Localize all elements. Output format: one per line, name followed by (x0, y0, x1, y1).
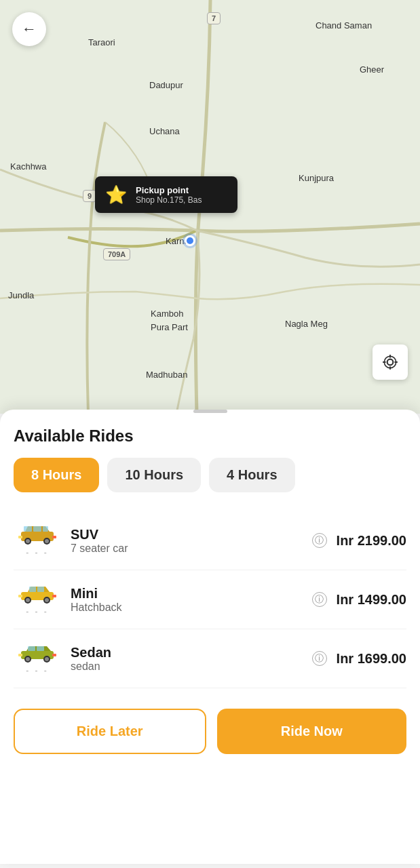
filter-10-hours[interactable]: 10 Hours (107, 458, 201, 492)
ride-description: Hatchback (71, 601, 303, 614)
filter-8-hours[interactable]: 8 Hours (14, 458, 99, 492)
ride-info: SUV 7 seater car (71, 527, 303, 555)
svg-point-13 (45, 539, 49, 543)
ride-car-icon: - - - (14, 524, 61, 557)
ride-list: - - - SUV 7 seater car ⓘ Inr 2199.00 (14, 511, 406, 688)
ride-car-icon: - - - (14, 642, 61, 675)
ride-type-name: Sedan (71, 645, 303, 660)
svg-rect-23 (18, 595, 22, 597)
svg-rect-33 (52, 654, 56, 656)
map-label: Uchana (149, 126, 180, 136)
map-label: Chand Saman (316, 20, 372, 31)
ride-option-suv[interactable]: - - - SUV 7 seater car ⓘ Inr 2199.00 (14, 511, 406, 570)
ride-info-button[interactable]: ⓘ (312, 592, 327, 607)
ride-price: Inr 2199.00 (337, 533, 406, 549)
map-label: Pura Part (151, 322, 188, 332)
map-label: Kamboh (151, 309, 183, 319)
ride-car-icon: - - - (14, 583, 61, 616)
ride-type-name: Mini (71, 586, 303, 601)
user-location-dot (185, 235, 195, 246)
svg-point-20 (26, 598, 30, 602)
back-button[interactable]: ← (12, 12, 46, 46)
ride-description: sedan (71, 660, 303, 673)
bottom-action-buttons: Ride Later Ride Now (14, 709, 406, 761)
svg-point-31 (45, 657, 49, 661)
map-label: Madhuban (146, 370, 187, 380)
center-location-button[interactable] (373, 344, 408, 380)
svg-rect-7 (24, 526, 32, 532)
ride-type-name: SUV (71, 527, 303, 542)
ride-info-button[interactable]: ⓘ (312, 651, 327, 666)
pickup-subtitle: Shop No.175, Bas (136, 195, 229, 205)
ride-option-sedan[interactable]: - - - Sedan sedan ⓘ Inr 1699.00 (14, 629, 406, 688)
pickup-title: Pickup point (136, 185, 229, 195)
svg-rect-27 (37, 646, 44, 651)
drag-handle[interactable] (193, 410, 227, 413)
ride-info: Sedan sedan (71, 645, 303, 673)
ride-option-mini[interactable]: - - - Mini Hatchback ⓘ Inr 1499.00 (14, 570, 406, 629)
crosshair-icon (381, 353, 399, 371)
svg-rect-18 (37, 587, 44, 592)
map-label: Taraori (88, 37, 115, 47)
bottom-sheet: Available Rides 8 Hours 10 Hours 4 Hours (0, 410, 420, 864)
svg-rect-8 (33, 526, 41, 532)
ride-price: Inr 1699.00 (337, 651, 406, 667)
map-label: Nagla Meg (285, 319, 328, 329)
map-label: Gheer (360, 64, 384, 75)
pickup-star-icon: ⭐ (103, 182, 129, 208)
hour-filter-row: 8 Hours 10 Hours 4 Hours (14, 458, 406, 492)
svg-rect-9 (43, 526, 48, 532)
svg-rect-24 (52, 595, 56, 597)
map-label: Dadupur (149, 80, 183, 90)
ride-description: 7 seater car (71, 542, 303, 555)
ride-price: Inr 1499.00 (337, 592, 406, 608)
map-label: Jundla (8, 290, 34, 300)
pickup-popup: ⭐ Pickup point Shop No.175, Bas (95, 176, 237, 213)
ride-now-button[interactable]: Ride Now (217, 709, 407, 754)
ride-info-button[interactable]: ⓘ (312, 533, 327, 548)
ride-info: Mini Hatchback (71, 586, 303, 614)
route-badge: 7 (207, 12, 221, 24)
svg-rect-32 (18, 654, 22, 656)
svg-point-22 (45, 598, 49, 602)
svg-point-1 (384, 356, 396, 368)
route-badge: 709A (103, 248, 130, 260)
filter-4-hours[interactable]: 4 Hours (209, 458, 294, 492)
map-label: Kunjpura (299, 173, 334, 183)
map-view: TaraoriDadupurUchanaKachhwaKunjpuraKarna… (0, 0, 420, 414)
map-label: Kachhwa (10, 161, 46, 172)
svg-point-29 (26, 657, 30, 661)
section-title: Available Rides (14, 427, 406, 446)
back-arrow-icon: ← (22, 20, 37, 38)
svg-rect-15 (52, 536, 56, 538)
svg-point-11 (26, 539, 30, 543)
svg-point-0 (387, 359, 394, 366)
svg-rect-26 (28, 646, 35, 651)
svg-rect-14 (18, 536, 22, 538)
svg-rect-17 (29, 587, 36, 592)
ride-later-button[interactable]: Ride Later (14, 709, 206, 754)
